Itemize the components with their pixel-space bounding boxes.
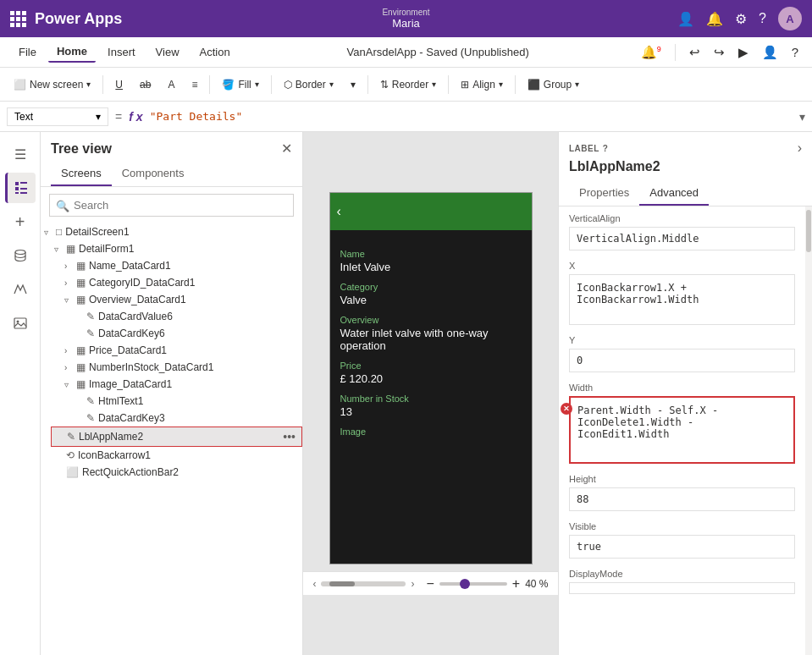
canvas-scroll-right[interactable]: › <box>411 578 414 590</box>
svg-rect-0 <box>15 182 19 185</box>
prop-value-height[interactable]: 88 <box>569 487 795 511</box>
sidebar-icon-treeview[interactable] <box>5 173 36 203</box>
tree-item-overview-datacard1[interactable]: ▿ ▦ Overview_DataCard1 <box>61 291 302 308</box>
card-icon-5: ▦ <box>76 361 86 373</box>
play-icon[interactable]: ▶ <box>735 41 752 63</box>
undo-icon[interactable]: ↩ <box>686 41 704 63</box>
sidebar-icon-variables[interactable] <box>5 274 36 305</box>
right-panel-tabs: Properties Advanced <box>559 181 812 206</box>
align-text-button[interactable]: ≡ <box>185 75 204 94</box>
card-icon: ▦ <box>76 260 86 272</box>
right-panel-expand[interactable]: › <box>798 140 802 156</box>
strikethrough-button[interactable]: ab <box>133 75 157 94</box>
help-icon-topbar[interactable]: ? <box>759 11 766 26</box>
sidebar-icon-data[interactable] <box>5 240 36 271</box>
formula-expand-icon[interactable]: ▾ <box>799 110 805 124</box>
tree-item-name-datacard1[interactable]: › ▦ Name_DataCard1 <box>61 257 302 274</box>
tree-item-image-datacard1[interactable]: ▿ ▦ Image_DataCard1 <box>61 376 302 393</box>
share-icon[interactable]: 👤 <box>759 41 782 63</box>
zoom-track[interactable] <box>439 582 507 586</box>
formula-input[interactable]: "Part Details" <box>150 110 789 123</box>
prop-value-y[interactable]: 0 <box>569 349 795 372</box>
tree-header: Tree view ✕ <box>41 132 302 162</box>
toolbar: ⬜ New screen ▾ U ab A ≡ 🪣 Fill ▾ ⬡ Borde… <box>0 68 812 102</box>
fill-icon: 🪣 <box>222 79 235 91</box>
right-panel-type-label: LABEL ? <box>569 144 608 153</box>
settings-icon[interactable]: ⚙ <box>735 11 747 27</box>
tree-item-datacardvalue6[interactable]: ✎ DataCardValue6 <box>71 308 302 325</box>
tree-tab-components[interactable]: Components <box>112 162 195 186</box>
tree-item-rectquickactionbar2[interactable]: ⬜ RectQuickActionBar2 <box>51 464 302 481</box>
prop-value-va[interactable]: VerticalAlign.Middle <box>569 227 795 250</box>
right-panel-tab-advanced[interactable]: Advanced <box>639 181 709 206</box>
border-style-button[interactable]: ▾ <box>344 75 362 94</box>
tree-item-datacardkey6[interactable]: ✎ DataCardKey6 <box>71 325 302 342</box>
fill-button[interactable]: 🪣 Fill ▾ <box>215 75 265 94</box>
align-button[interactable]: ⊞ Align ▾ <box>454 75 510 94</box>
right-panel-scrollbar[interactable] <box>805 206 812 655</box>
prop-y: Y 0 <box>569 335 795 372</box>
waffle-icon[interactable] <box>10 11 26 27</box>
tree-item-detailform1[interactable]: ▿ ▦ DetailForm1 <box>51 240 302 257</box>
prop-label-height: Height <box>569 474 795 484</box>
person-icon-topbar[interactable]: 👤 <box>677 11 694 27</box>
help-icon-menu[interactable]: ? <box>788 41 802 63</box>
tree-item-numberinstock-datacard1[interactable]: › ▦ NumberInStock_DataCard1 <box>61 359 302 376</box>
align-icon: ≡ <box>191 79 197 91</box>
zoom-plus-btn[interactable]: + <box>512 576 520 592</box>
item-label-name-dc: Name_DataCard1 <box>89 260 299 272</box>
tree-title: Tree view <box>51 141 112 157</box>
left-sidebar-icons: ☰ + <box>0 132 41 655</box>
prop-value-width[interactable]: Parent.Width - Self.X -IconDelete1.Width… <box>569 396 795 464</box>
group-button[interactable]: ⬛ Group ▾ <box>521 75 586 94</box>
redo-icon[interactable]: ↪ <box>710 41 728 63</box>
equals-sign: = <box>115 110 122 124</box>
right-panel-tab-properties[interactable]: Properties <box>569 181 639 206</box>
search-input[interactable] <box>49 194 294 217</box>
toolbar-sep-1 <box>102 75 103 94</box>
tree-item-price-datacard1[interactable]: › ▦ Price_DataCard1 <box>61 342 302 359</box>
expand-icon-price-dc: › <box>64 346 75 355</box>
tree-item-htmltext1[interactable]: ✎ HtmlText1 <box>71 393 302 410</box>
tree-close-button[interactable]: ✕ <box>281 140 292 157</box>
tree-item-detailscreen1[interactable]: ▿ □ DetailScreen1 <box>41 223 302 240</box>
label-help-icon[interactable]: ? <box>603 144 609 153</box>
menu-insert[interactable]: Insert <box>99 42 144 62</box>
menu-home[interactable]: Home <box>48 41 96 63</box>
item-label-cat-dc: CategoryID_DataCard1 <box>89 277 299 289</box>
environment-user: Maria <box>392 17 420 30</box>
prop-value-displaymode[interactable] <box>569 582 795 594</box>
tree-item-lblappname2[interactable]: ✎ LblAppName2 ••• <box>51 427 302 447</box>
sidebar-icon-add[interactable]: + <box>5 206 36 237</box>
avatar[interactable]: A <box>778 7 802 30</box>
fx-button[interactable]: fx <box>129 110 142 124</box>
canvas-scroll-left[interactable]: ‹ <box>312 578 316 590</box>
item-menu-lbl2[interactable]: ••• <box>280 430 298 443</box>
tree-tab-screens[interactable]: Screens <box>51 162 112 186</box>
zoom-minus-btn[interactable]: − <box>426 576 434 592</box>
prop-label-displaymode: DisplayMode <box>569 569 795 579</box>
sidebar-icon-menu[interactable]: ☰ <box>5 139 36 169</box>
menu-view[interactable]: View <box>147 42 188 62</box>
notification-icon[interactable]: 🔔 <box>706 11 723 27</box>
tree-item-categoryid-datacard1[interactable]: › ▦ CategoryID_DataCard1 <box>61 274 302 291</box>
property-selector[interactable]: Text ▾ <box>7 107 108 126</box>
notification-badge-icon[interactable]: 🔔9 <box>638 41 665 63</box>
canvas-hscrollbar[interactable] <box>321 581 406 586</box>
canvas-back-arrow[interactable]: ‹ <box>337 204 341 219</box>
reorder-button[interactable]: ⇅ Reorder ▾ <box>373 75 443 94</box>
tree-item-datacardkey3[interactable]: ✎ DataCardKey3 <box>71 410 302 427</box>
underline-button[interactable]: U <box>108 75 130 94</box>
prop-value-visible[interactable]: true <box>569 535 795 559</box>
new-screen-button[interactable]: ⬜ New screen ▾ <box>7 75 97 94</box>
menu-file[interactable]: File <box>10 42 45 62</box>
font-size-button[interactable]: A <box>161 75 181 94</box>
tree-item-iconbackarrow1[interactable]: ⟲ IconBackarrow1 <box>51 447 302 464</box>
border-button[interactable]: ⬡ Border ▾ <box>277 75 340 94</box>
border-style-icon: ▾ <box>351 79 356 91</box>
canvas-content: Name Inlet Valve Category Valve Overview… <box>330 230 532 447</box>
item-label-overview-dc: Overview_DataCard1 <box>89 294 299 305</box>
prop-value-x[interactable]: IconBackarrow1.X +IconBackarrow1.Width <box>569 274 795 325</box>
menu-action[interactable]: Action <box>191 42 239 62</box>
sidebar-icon-media[interactable] <box>5 308 36 339</box>
